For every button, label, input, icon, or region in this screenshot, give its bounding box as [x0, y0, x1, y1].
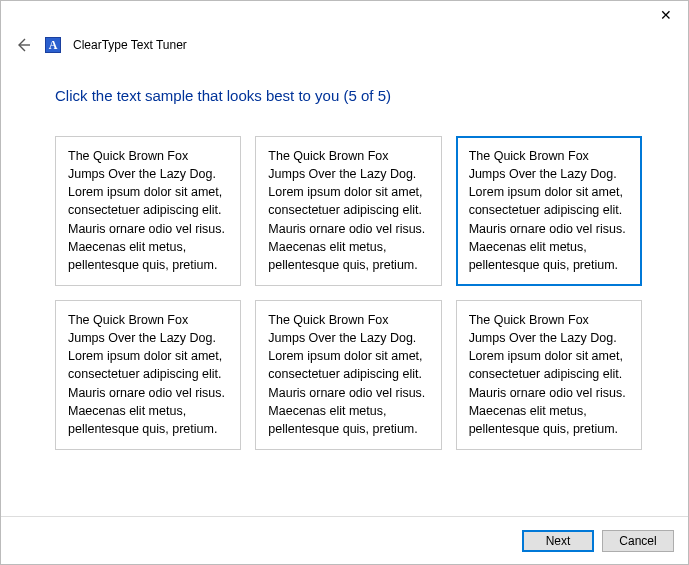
content-area: Click the text sample that looks best to… — [1, 55, 688, 450]
sample-text: The Quick Brown Fox Jumps Over the Lazy … — [268, 313, 425, 436]
sample-text: The Quick Brown Fox Jumps Over the Lazy … — [268, 149, 425, 272]
cancel-button[interactable]: Cancel — [602, 530, 674, 552]
close-icon: ✕ — [660, 7, 672, 23]
app-icon: A — [45, 37, 61, 53]
sample-text: The Quick Brown Fox Jumps Over the Lazy … — [469, 313, 626, 436]
sample-text: The Quick Brown Fox Jumps Over the Lazy … — [68, 149, 225, 272]
text-sample-6[interactable]: The Quick Brown Fox Jumps Over the Lazy … — [456, 300, 642, 450]
instruction-heading: Click the text sample that looks best to… — [55, 87, 642, 104]
footer: Next Cancel — [1, 516, 688, 564]
sample-grid: The Quick Brown Fox Jumps Over the Lazy … — [55, 136, 642, 450]
arrow-left-icon — [15, 37, 31, 53]
text-sample-2[interactable]: The Quick Brown Fox Jumps Over the Lazy … — [255, 136, 441, 286]
header-row: A ClearType Text Tuner — [1, 31, 688, 55]
sample-text: The Quick Brown Fox Jumps Over the Lazy … — [469, 149, 626, 272]
sample-text: The Quick Brown Fox Jumps Over the Lazy … — [68, 313, 225, 436]
close-button[interactable]: ✕ — [644, 1, 688, 29]
text-sample-5[interactable]: The Quick Brown Fox Jumps Over the Lazy … — [255, 300, 441, 450]
text-sample-3[interactable]: The Quick Brown Fox Jumps Over the Lazy … — [456, 136, 642, 286]
text-sample-1[interactable]: The Quick Brown Fox Jumps Over the Lazy … — [55, 136, 241, 286]
titlebar: ✕ — [1, 1, 688, 31]
next-button[interactable]: Next — [522, 530, 594, 552]
window-title: ClearType Text Tuner — [73, 38, 187, 52]
text-sample-4[interactable]: The Quick Brown Fox Jumps Over the Lazy … — [55, 300, 241, 450]
back-button[interactable] — [13, 35, 33, 55]
